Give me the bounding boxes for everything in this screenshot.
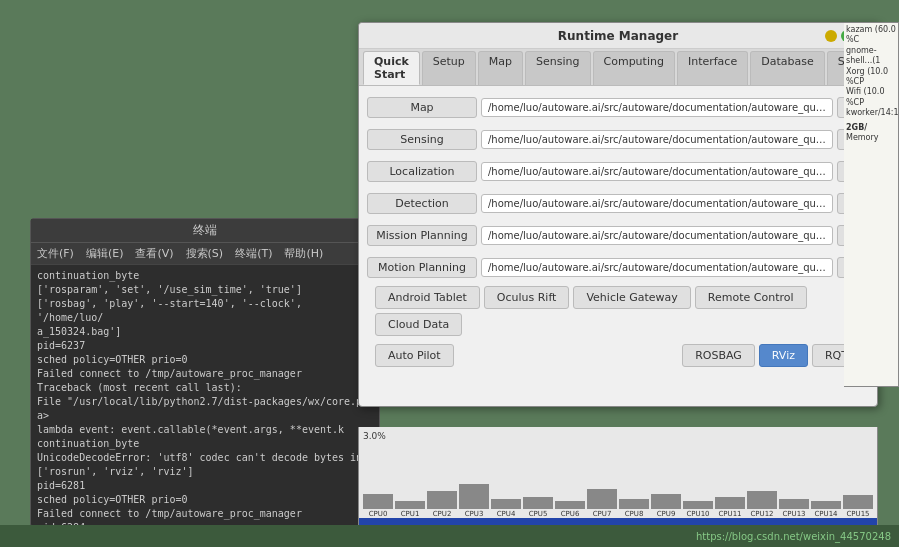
cpu-bar-label: CPU7 [593, 510, 612, 518]
cpu-bar-label: CPU15 [846, 510, 869, 518]
oculus-rift-button[interactable]: Oculus Rift [484, 286, 570, 309]
menu-help[interactable]: 帮助(H) [284, 246, 323, 261]
menu-file[interactable]: 文件(F) [37, 246, 74, 261]
status-text: https://blog.csdn.net/weixin_44570248 [696, 531, 891, 542]
extra-buttons-row: Android Tablet Oculus Rift Vehicle Gatew… [367, 286, 869, 336]
cpu-bar [651, 494, 681, 509]
rviz-button[interactable]: RViz [759, 344, 808, 367]
vehicle-gateway-button[interactable]: Vehicle Gateway [573, 286, 690, 309]
map-row: Map /home/luo/autoware.ai/src/autoware/d… [367, 94, 869, 120]
tab-interface[interactable]: Interface [677, 51, 748, 85]
rosbag-button[interactable]: ROSBAG [682, 344, 755, 367]
cpu-bar-label: CPU10 [686, 510, 709, 518]
terminal-line: UnicodeDecodeError: 'utf8' codec can't d… [37, 451, 373, 465]
menu-search[interactable]: 搜索(S) [186, 246, 224, 261]
cloud-data-button[interactable]: Cloud Data [375, 313, 462, 336]
status-bar: https://blog.csdn.net/weixin_44570248 [0, 525, 899, 547]
tab-sensing[interactable]: Sensing [525, 51, 590, 85]
sensing-row: Sensing /home/luo/autoware.ai/src/autowa… [367, 126, 869, 152]
localization-button[interactable]: Localization [367, 161, 477, 182]
terminal-titlebar: 终端 [31, 219, 379, 243]
cpu-bar-wrap: CPU3 [459, 449, 489, 518]
process-item: kworker/14:1+ [846, 108, 896, 118]
tab-computing[interactable]: Computing [593, 51, 675, 85]
cpu-bar-wrap: CPU9 [651, 449, 681, 518]
tab-map[interactable]: Map [478, 51, 523, 85]
cpu-bar [587, 489, 617, 509]
process-item: gnome-shell...(1 [846, 46, 896, 67]
motion-planning-button[interactable]: Motion Planning [367, 257, 477, 278]
mission-planning-button[interactable]: Mission Planning [367, 225, 477, 246]
terminal-line: ['rosparam', 'set', '/use_sim_time', 'tr… [37, 283, 373, 297]
sensing-path: /home/luo/autoware.ai/src/autoware/docum… [481, 130, 833, 149]
remote-control-button[interactable]: Remote Control [695, 286, 807, 309]
cpu-bar [427, 491, 457, 509]
cpu-bar [715, 497, 745, 509]
cpu-bar [459, 484, 489, 509]
auto-pilot-button[interactable]: Auto Pilot [375, 344, 454, 367]
runtime-title: Runtime Manager [558, 29, 678, 43]
cpu-bar-wrap: CPU14 [811, 449, 841, 518]
cpu-bar-wrap: CPU2 [427, 449, 457, 518]
process-item: kazam (60.0 %C [846, 25, 896, 46]
cpu-bar-label: CPU14 [814, 510, 837, 518]
tab-setup[interactable]: Setup [422, 51, 476, 85]
android-tablet-button[interactable]: Android Tablet [375, 286, 480, 309]
cpu-bar [683, 501, 713, 509]
menu-terminal[interactable]: 终端(T) [235, 246, 272, 261]
detection-button[interactable]: Detection [367, 193, 477, 214]
cpu-bar-label: CPU12 [750, 510, 773, 518]
terminal-window: 终端 文件(F) 编辑(E) 查看(V) 搜索(S) 终端(T) 帮助(H) c… [30, 218, 380, 528]
cpu-bar [363, 494, 393, 509]
cpu-bar-wrap: CPU4 [491, 449, 521, 518]
map-button[interactable]: Map [367, 97, 477, 118]
menu-edit[interactable]: 编辑(E) [86, 246, 124, 261]
cpu-bar [523, 497, 553, 509]
cpu-bar-label: CPU13 [782, 510, 805, 518]
cpu-bar-label: CPU3 [465, 510, 484, 518]
runtime-content: Map /home/luo/autoware.ai/src/autoware/d… [359, 86, 877, 406]
cpu-bar-label: CPU2 [433, 510, 452, 518]
runtime-manager-window: Runtime Manager Quick Start Setup Map Se… [358, 22, 878, 407]
process-item: Xorg (10.0 %CP [846, 67, 896, 88]
terminal-line: a> [37, 409, 373, 423]
menu-view[interactable]: 查看(V) [135, 246, 173, 261]
cpu-bar-wrap: CPU15 [843, 449, 873, 518]
process-item: Wifi (10.0 %CP [846, 87, 896, 108]
cpu-bar [619, 499, 649, 509]
terminal-line: pid=6237 [37, 339, 373, 353]
terminal-line: Traceback (most recent call last): [37, 381, 373, 395]
cpu-bar [779, 499, 809, 509]
localization-row: Localization /home/luo/autoware.ai/src/a… [367, 158, 869, 184]
terminal-line: File "/usr/local/lib/python2.7/dist-pack… [37, 395, 373, 409]
tab-database[interactable]: Database [750, 51, 825, 85]
sensing-button[interactable]: Sensing [367, 129, 477, 150]
detection-row: Detection /home/luo/autoware.ai/src/auto… [367, 190, 869, 216]
cpu-bar-wrap: CPU13 [779, 449, 809, 518]
minimize-button[interactable] [825, 30, 837, 42]
cpu-bar-label: CPU11 [718, 510, 741, 518]
terminal-line: pid=6281 [37, 479, 373, 493]
terminal-line: ['rosrun', 'rviz', 'rviz'] [37, 465, 373, 479]
detection-path: /home/luo/autoware.ai/src/autoware/docum… [481, 194, 833, 213]
motion-planning-row: Motion Planning /home/luo/autoware.ai/sr… [367, 254, 869, 280]
cpu-bar-wrap: CPU12 [747, 449, 777, 518]
action-buttons-row: Auto Pilot ROSBAG RViz RQT [367, 342, 869, 369]
cpu-bar-wrap: CPU0 [363, 449, 393, 518]
cpu-bar-wrap: CPU1 [395, 449, 425, 518]
motion-planning-path: /home/luo/autoware.ai/src/autoware/docum… [481, 258, 833, 277]
terminal-line: Failed connect to /tmp/autoware_proc_man… [37, 367, 373, 381]
memory-label: 2GB/ [846, 123, 896, 133]
cpu-bar-wrap: CPU8 [619, 449, 649, 518]
cpu-bar-label: CPU9 [657, 510, 676, 518]
cpu-bar-label: CPU6 [561, 510, 580, 518]
terminal-line: continuation_byte [37, 437, 373, 451]
mission-planning-row: Mission Planning /home/luo/autoware.ai/s… [367, 222, 869, 248]
terminal-menubar: 文件(F) 编辑(E) 查看(V) 搜索(S) 终端(T) 帮助(H) [31, 243, 379, 265]
terminal-line: ['rosbag', 'play', '--start=140', '--clo… [37, 297, 373, 325]
cpu-percent: 3.0% [363, 431, 386, 441]
memory-text: Memory [846, 133, 896, 143]
tab-quick-start[interactable]: Quick Start [363, 51, 420, 85]
terminal-line: sched policy=OTHER prio=0 [37, 493, 373, 507]
terminal-line: a_150324.bag'] [37, 325, 373, 339]
